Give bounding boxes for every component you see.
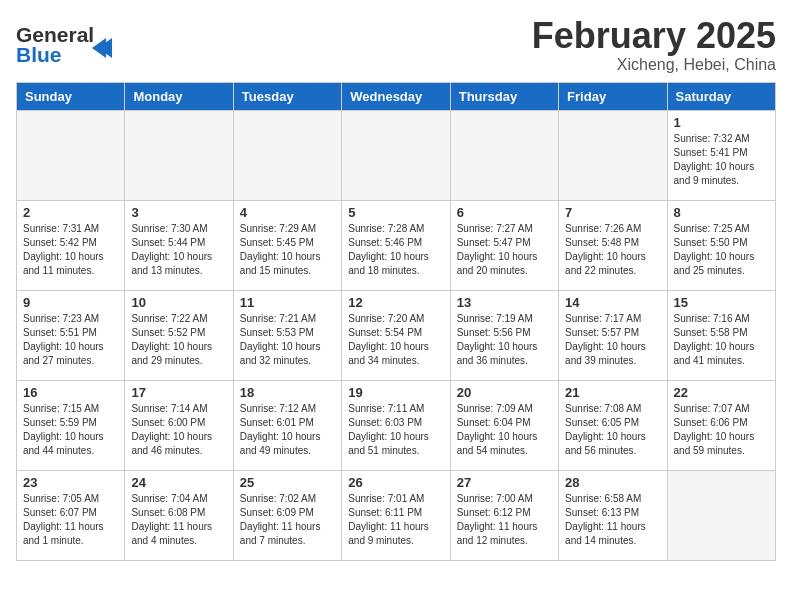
day-info: Sunrise: 7:21 AMSunset: 5:53 PMDaylight:… [240,312,335,368]
day-info: Sunrise: 7:15 AMSunset: 5:59 PMDaylight:… [23,402,118,458]
day-number: 27 [457,475,552,490]
day-cell-11: 11Sunrise: 7:21 AMSunset: 5:53 PMDayligh… [233,290,341,380]
day-cell-25: 25Sunrise: 7:02 AMSunset: 6:09 PMDayligh… [233,470,341,560]
day-number: 18 [240,385,335,400]
day-cell-24: 24Sunrise: 7:04 AMSunset: 6:08 PMDayligh… [125,470,233,560]
weekday-monday: Monday [125,82,233,110]
day-number: 13 [457,295,552,310]
day-cell-10: 10Sunrise: 7:22 AMSunset: 5:52 PMDayligh… [125,290,233,380]
day-info: Sunrise: 7:28 AMSunset: 5:46 PMDaylight:… [348,222,443,278]
day-info: Sunrise: 7:02 AMSunset: 6:09 PMDaylight:… [240,492,335,548]
calendar-table: SundayMondayTuesdayWednesdayThursdayFrid… [16,82,776,561]
day-number: 2 [23,205,118,220]
weekday-header-row: SundayMondayTuesdayWednesdayThursdayFrid… [17,82,776,110]
day-cell-26: 26Sunrise: 7:01 AMSunset: 6:11 PMDayligh… [342,470,450,560]
day-number: 28 [565,475,660,490]
day-cell-20: 20Sunrise: 7:09 AMSunset: 6:04 PMDayligh… [450,380,558,470]
logo-svg: General Blue [16,16,126,64]
empty-cell [125,110,233,200]
empty-cell [17,110,125,200]
day-cell-18: 18Sunrise: 7:12 AMSunset: 6:01 PMDayligh… [233,380,341,470]
day-info: Sunrise: 7:19 AMSunset: 5:56 PMDaylight:… [457,312,552,368]
day-number: 9 [23,295,118,310]
day-info: Sunrise: 7:22 AMSunset: 5:52 PMDaylight:… [131,312,226,368]
empty-cell [559,110,667,200]
weekday-friday: Friday [559,82,667,110]
day-number: 3 [131,205,226,220]
day-number: 17 [131,385,226,400]
day-number: 8 [674,205,769,220]
day-info: Sunrise: 7:14 AMSunset: 6:00 PMDaylight:… [131,402,226,458]
day-number: 5 [348,205,443,220]
day-cell-16: 16Sunrise: 7:15 AMSunset: 5:59 PMDayligh… [17,380,125,470]
day-info: Sunrise: 7:17 AMSunset: 5:57 PMDaylight:… [565,312,660,368]
day-info: Sunrise: 7:25 AMSunset: 5:50 PMDaylight:… [674,222,769,278]
day-number: 4 [240,205,335,220]
day-number: 7 [565,205,660,220]
day-number: 12 [348,295,443,310]
day-info: Sunrise: 7:20 AMSunset: 5:54 PMDaylight:… [348,312,443,368]
day-number: 21 [565,385,660,400]
page-header: General Blue February 2025 Xicheng, Hebe… [16,16,776,74]
day-cell-2: 2Sunrise: 7:31 AMSunset: 5:42 PMDaylight… [17,200,125,290]
month-year: February 2025 [532,16,776,56]
weekday-tuesday: Tuesday [233,82,341,110]
weekday-sunday: Sunday [17,82,125,110]
day-cell-13: 13Sunrise: 7:19 AMSunset: 5:56 PMDayligh… [450,290,558,380]
day-number: 6 [457,205,552,220]
week-row-2: 2Sunrise: 7:31 AMSunset: 5:42 PMDaylight… [17,200,776,290]
logo: General Blue [16,16,126,64]
day-info: Sunrise: 7:30 AMSunset: 5:44 PMDaylight:… [131,222,226,278]
empty-cell [233,110,341,200]
day-info: Sunrise: 7:29 AMSunset: 5:45 PMDaylight:… [240,222,335,278]
day-info: Sunrise: 7:27 AMSunset: 5:47 PMDaylight:… [457,222,552,278]
week-row-4: 16Sunrise: 7:15 AMSunset: 5:59 PMDayligh… [17,380,776,470]
day-cell-15: 15Sunrise: 7:16 AMSunset: 5:58 PMDayligh… [667,290,775,380]
day-cell-17: 17Sunrise: 7:14 AMSunset: 6:00 PMDayligh… [125,380,233,470]
day-number: 26 [348,475,443,490]
day-cell-6: 6Sunrise: 7:27 AMSunset: 5:47 PMDaylight… [450,200,558,290]
day-cell-28: 28Sunrise: 6:58 AMSunset: 6:13 PMDayligh… [559,470,667,560]
day-info: Sunrise: 7:05 AMSunset: 6:07 PMDaylight:… [23,492,118,548]
week-row-3: 9Sunrise: 7:23 AMSunset: 5:51 PMDaylight… [17,290,776,380]
day-info: Sunrise: 7:07 AMSunset: 6:06 PMDaylight:… [674,402,769,458]
day-number: 11 [240,295,335,310]
week-row-1: 1Sunrise: 7:32 AMSunset: 5:41 PMDaylight… [17,110,776,200]
day-info: Sunrise: 7:26 AMSunset: 5:48 PMDaylight:… [565,222,660,278]
day-number: 16 [23,385,118,400]
day-info: Sunrise: 7:16 AMSunset: 5:58 PMDaylight:… [674,312,769,368]
day-number: 22 [674,385,769,400]
day-number: 1 [674,115,769,130]
empty-cell [667,470,775,560]
day-info: Sunrise: 7:08 AMSunset: 6:05 PMDaylight:… [565,402,660,458]
weekday-wednesday: Wednesday [342,82,450,110]
day-info: Sunrise: 7:11 AMSunset: 6:03 PMDaylight:… [348,402,443,458]
day-cell-27: 27Sunrise: 7:00 AMSunset: 6:12 PMDayligh… [450,470,558,560]
empty-cell [342,110,450,200]
day-cell-1: 1Sunrise: 7:32 AMSunset: 5:41 PMDaylight… [667,110,775,200]
day-cell-19: 19Sunrise: 7:11 AMSunset: 6:03 PMDayligh… [342,380,450,470]
day-cell-5: 5Sunrise: 7:28 AMSunset: 5:46 PMDaylight… [342,200,450,290]
day-info: Sunrise: 7:12 AMSunset: 6:01 PMDaylight:… [240,402,335,458]
day-number: 19 [348,385,443,400]
day-cell-3: 3Sunrise: 7:30 AMSunset: 5:44 PMDaylight… [125,200,233,290]
day-cell-8: 8Sunrise: 7:25 AMSunset: 5:50 PMDaylight… [667,200,775,290]
day-number: 24 [131,475,226,490]
svg-text:Blue: Blue [16,43,62,64]
day-info: Sunrise: 7:23 AMSunset: 5:51 PMDaylight:… [23,312,118,368]
title-block: February 2025 Xicheng, Hebei, China [532,16,776,74]
day-info: Sunrise: 7:31 AMSunset: 5:42 PMDaylight:… [23,222,118,278]
day-info: Sunrise: 7:09 AMSunset: 6:04 PMDaylight:… [457,402,552,458]
weekday-saturday: Saturday [667,82,775,110]
day-number: 23 [23,475,118,490]
day-cell-12: 12Sunrise: 7:20 AMSunset: 5:54 PMDayligh… [342,290,450,380]
day-cell-21: 21Sunrise: 7:08 AMSunset: 6:05 PMDayligh… [559,380,667,470]
weekday-thursday: Thursday [450,82,558,110]
day-info: Sunrise: 6:58 AMSunset: 6:13 PMDaylight:… [565,492,660,548]
day-cell-23: 23Sunrise: 7:05 AMSunset: 6:07 PMDayligh… [17,470,125,560]
day-cell-22: 22Sunrise: 7:07 AMSunset: 6:06 PMDayligh… [667,380,775,470]
day-number: 15 [674,295,769,310]
empty-cell [450,110,558,200]
day-info: Sunrise: 7:01 AMSunset: 6:11 PMDaylight:… [348,492,443,548]
day-cell-4: 4Sunrise: 7:29 AMSunset: 5:45 PMDaylight… [233,200,341,290]
